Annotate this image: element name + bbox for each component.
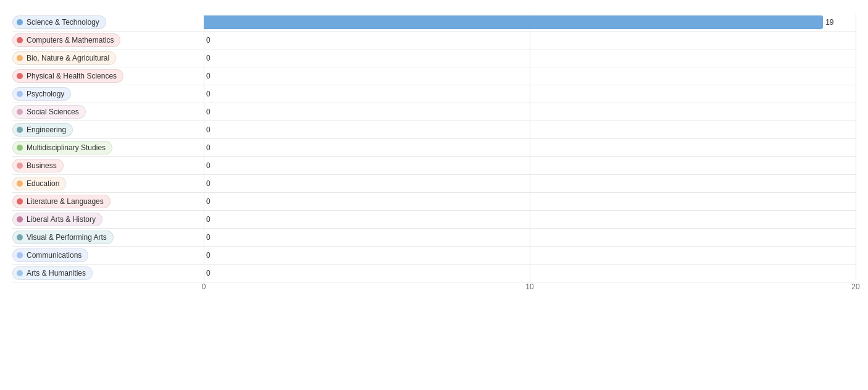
- bar-label-text: Business: [27, 161, 57, 170]
- grid-line: [856, 14, 856, 282]
- bar-label-pill: Education: [12, 177, 66, 190]
- bar-label-area: Computers & Mathematics: [12, 32, 204, 49]
- bar-value-label: 0: [206, 90, 211, 98]
- bar-graph-area: 0: [204, 195, 856, 208]
- bar-value-label: 0: [206, 108, 211, 116]
- bar-row: Computers & Mathematics0: [12, 32, 856, 49]
- bar-graph-area: 0: [204, 51, 856, 65]
- bar-label-area: Engineering: [12, 121, 204, 138]
- bar-label-text: Arts & Humanities: [27, 269, 86, 278]
- bar-row: Visual & Performing Arts0: [12, 229, 856, 247]
- x-axis: 01020: [204, 282, 856, 343]
- pill-dot: [17, 55, 23, 61]
- bar-label-text: Physical & Health Sciences: [27, 72, 117, 80]
- bar-row: Engineering0: [12, 121, 856, 139]
- bar-label-pill: Science & Technology: [12, 15, 106, 29]
- bar-label-text: Education: [27, 179, 59, 188]
- bar-row: Multidisciplinary Studies0: [12, 139, 856, 157]
- bar-label-area: Social Sciences: [12, 103, 204, 121]
- bar-row: Psychology0: [12, 85, 856, 103]
- chart-container: Science & Technology19Computers & Mathem…: [0, 0, 868, 390]
- x-axis-label: 10: [525, 282, 533, 291]
- bar-row: Bio, Nature & Agricultural0: [12, 49, 856, 67]
- bar-label-text: Literature & Languages: [27, 197, 104, 206]
- bar-graph-area: 0: [204, 33, 856, 47]
- bar-row: Literature & Languages0: [12, 193, 856, 211]
- bar-value-label: 19: [825, 18, 833, 27]
- bar-label-area: Science & Technology: [12, 14, 204, 31]
- pill-dot: [17, 270, 23, 276]
- pill-dot: [17, 73, 23, 79]
- pill-dot: [17, 216, 23, 223]
- chart-area: Science & Technology19Computers & Mathem…: [12, 14, 856, 343]
- pill-dot: [17, 234, 23, 240]
- bar-label-area: Bio, Nature & Agricultural: [12, 49, 204, 67]
- pill-dot: [17, 145, 23, 151]
- bar-label-text: Liberal Arts & History: [27, 215, 96, 224]
- bar-label-area: Business: [12, 157, 204, 174]
- bar-graph-area: 0: [204, 159, 856, 172]
- bar-graph-area: 0: [204, 87, 856, 101]
- bar-label-pill: Communications: [12, 248, 88, 262]
- bar-fill: 19: [204, 15, 823, 29]
- bar-graph-area: 19: [204, 15, 856, 29]
- bar-label-text: Computers & Mathematics: [27, 36, 114, 45]
- bar-label-pill: Multidisciplinary Studies: [12, 141, 112, 155]
- bar-row: Social Sciences0: [12, 103, 856, 121]
- bar-value-label: 0: [206, 54, 211, 62]
- bar-label-pill: Business: [12, 159, 64, 172]
- bar-graph-area: 0: [204, 266, 856, 280]
- bar-graph-area: 0: [204, 213, 856, 226]
- bar-row: Physical & Health Sciences0: [12, 67, 856, 85]
- bar-label-text: Engineering: [27, 125, 66, 134]
- bar-label-area: Liberal Arts & History: [12, 211, 204, 228]
- bar-row: Arts & Humanities0: [12, 265, 856, 282]
- bar-label-text: Psychology: [27, 90, 64, 98]
- bar-label-pill: Literature & Languages: [12, 195, 111, 208]
- bar-graph-area: 0: [204, 177, 856, 190]
- pill-dot: [17, 37, 23, 43]
- pill-dot: [17, 163, 23, 169]
- bar-row: Business0: [12, 157, 856, 175]
- pill-dot: [17, 198, 23, 205]
- bar-graph-area: 0: [204, 248, 856, 262]
- bar-label-text: Science & Technology: [27, 18, 99, 27]
- bar-value-label: 0: [206, 143, 211, 152]
- bar-value-label: 0: [206, 233, 211, 242]
- bar-label-pill: Liberal Arts & History: [12, 213, 102, 226]
- bar-label-area: Literature & Languages: [12, 193, 204, 210]
- bar-label-text: Social Sciences: [27, 108, 79, 116]
- bar-label-area: Visual & Performing Arts: [12, 229, 204, 246]
- bar-label-pill: Social Sciences: [12, 105, 86, 119]
- bar-graph-area: 0: [204, 123, 856, 137]
- bar-label-pill: Psychology: [12, 87, 71, 101]
- bar-graph-area: 0: [204, 141, 856, 155]
- bar-value-label: 0: [206, 161, 211, 170]
- bar-graph-area: 0: [204, 231, 856, 244]
- pill-dot: [17, 109, 23, 115]
- bar-label-area: Multidisciplinary Studies: [12, 139, 204, 156]
- bar-label-pill: Arts & Humanities: [12, 266, 93, 280]
- bar-value-label: 0: [206, 269, 211, 278]
- bar-graph-area: 0: [204, 105, 856, 119]
- bar-label-text: Visual & Performing Arts: [27, 233, 107, 242]
- bar-label-text: Communications: [27, 251, 81, 260]
- bar-value-label: 0: [206, 215, 211, 224]
- bar-value-label: 0: [206, 72, 211, 80]
- bar-graph-area: 0: [204, 69, 856, 83]
- bar-value-label: 0: [206, 251, 211, 260]
- bar-value-label: 0: [206, 125, 211, 134]
- bar-row: Communications0: [12, 247, 856, 265]
- bar-label-area: Psychology: [12, 85, 204, 103]
- bars-section: Science & Technology19Computers & Mathem…: [12, 14, 856, 282]
- pill-dot: [17, 91, 23, 97]
- x-axis-label: 20: [851, 282, 859, 291]
- bar-row: Liberal Arts & History0: [12, 211, 856, 229]
- bar-row: Science & Technology19: [12, 14, 856, 32]
- bar-label-text: Bio, Nature & Agricultural: [27, 54, 109, 62]
- bar-label-text: Multidisciplinary Studies: [27, 143, 106, 152]
- bar-label-area: Education: [12, 175, 204, 192]
- pill-dot: [17, 180, 23, 187]
- bar-label-pill: Engineering: [12, 123, 73, 137]
- bar-label-pill: Physical & Health Sciences: [12, 69, 123, 83]
